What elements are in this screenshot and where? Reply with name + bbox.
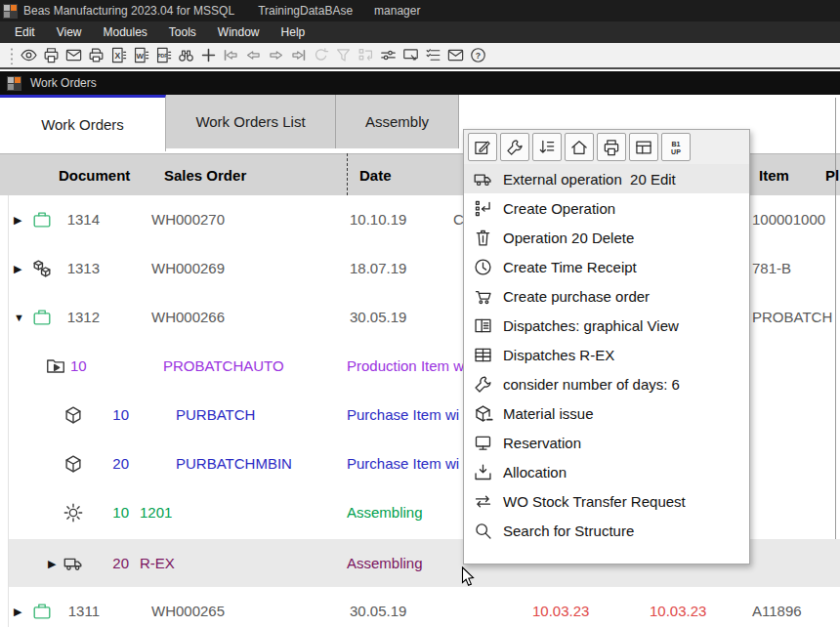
item-code: A11896: [752, 587, 802, 627]
sales-order: WH000265: [151, 587, 225, 627]
find-icon[interactable]: [177, 46, 195, 64]
menu-view[interactable]: View: [46, 25, 93, 39]
home-button[interactable]: [565, 133, 594, 161]
trash-icon: [473, 228, 493, 248]
grid-row-1311[interactable]: ▶1311WH00026530.05.1910.03.2310.03.23A11…: [0, 587, 840, 627]
menu-item-search-for-structure[interactable]: Search for Structure: [464, 516, 749, 545]
send-mail-icon[interactable]: [64, 46, 83, 64]
menu-tools[interactable]: Tools: [158, 25, 207, 39]
gear-icon: [63, 502, 84, 523]
menu-bar: EditViewModulesToolsWindowHelp: [0, 21, 840, 43]
menu-item-create-time-receipt[interactable]: Create Time Receipt: [464, 252, 749, 281]
previous-record-icon: [244, 46, 263, 64]
menu-item-operation-20-delete[interactable]: Operation 20 Delete: [464, 223, 749, 252]
table-icon: [473, 345, 493, 365]
column-header-sales-order[interactable]: Sales Order: [164, 154, 246, 196]
menu-window[interactable]: Window: [207, 25, 271, 39]
column-header-document[interactable]: Document: [59, 154, 130, 196]
create-operation-icon: [473, 198, 493, 219]
screen-select-icon[interactable]: [401, 46, 420, 64]
mail-icon[interactable]: [446, 46, 465, 64]
date: 10.10.19: [350, 195, 406, 244]
preview-icon: [20, 46, 38, 64]
layout-button[interactable]: [629, 133, 658, 161]
toolbar-grip[interactable]: [10, 47, 14, 64]
svg-text:UP: UP: [671, 147, 681, 155]
export-pdf-icon: PDF: [154, 46, 173, 64]
menu-item-external-operation-20-edit[interactable]: External operation 20 Edit: [464, 164, 749, 193]
menu-item-wo-stock-transfer-request[interactable]: WO Stock Transfer Request: [464, 486, 749, 516]
mouse-cursor: [461, 566, 478, 591]
menu-item-reservation[interactable]: Reservation: [464, 428, 749, 457]
menu-help[interactable]: Help: [271, 25, 316, 39]
item-code: 781-B: [752, 244, 791, 293]
first-record-icon[interactable]: [222, 46, 240, 64]
menu-item-consider-number-of-days-6[interactable]: consider number of days: 6: [464, 369, 749, 398]
cube-icon: [63, 453, 84, 475]
truck-icon: [473, 169, 493, 189]
print-button[interactable]: [597, 133, 626, 161]
add-icon: [199, 46, 218, 64]
collapse-arrow[interactable]: ▼: [14, 293, 24, 342]
checklist-icon: [424, 46, 442, 64]
header-column-separator: [347, 153, 348, 195]
home-icon: [569, 138, 589, 157]
context-menu: B1UPExternal operation 20 EditCreate Ope…: [463, 129, 750, 564]
last-record-icon[interactable]: [289, 46, 308, 64]
tab-assembly[interactable]: Assembly: [336, 95, 459, 148]
menu-item-label: Reservation: [503, 435, 581, 451]
checklist-icon[interactable]: [424, 46, 442, 64]
tab-work-orders[interactable]: Work Orders: [0, 95, 166, 151]
position-number: 10: [98, 488, 129, 537]
expand-arrow[interactable]: ▶: [14, 244, 21, 293]
column-header-pl[interactable]: Pl: [825, 154, 839, 196]
date: 30.05.19: [350, 587, 406, 627]
menu-item-dispatches-r-ex[interactable]: Dispatches R-EX: [464, 340, 749, 369]
add-icon[interactable]: [199, 46, 218, 64]
b1up-icon: B1UP: [666, 138, 686, 157]
column-header-date[interactable]: Date: [359, 154, 392, 196]
previous-record-icon[interactable]: [244, 46, 263, 64]
b1up-button[interactable]: B1UP: [661, 133, 691, 161]
wrench-button[interactable]: [500, 133, 529, 161]
position-description: Production Item w: [347, 342, 464, 391]
last-record-icon: [289, 46, 308, 64]
export-excel-icon[interactable]: X: [109, 46, 128, 64]
menu-item-create-operation[interactable]: Create Operation: [464, 193, 749, 223]
menu-item-dispatches-graphical-view[interactable]: Dispatches: graphical View: [464, 311, 749, 340]
export-pdf-icon[interactable]: PDF: [154, 46, 173, 64]
grid-right-border: [835, 98, 836, 539]
menu-modules[interactable]: Modules: [92, 25, 157, 39]
menu-edit[interactable]: Edit: [4, 25, 46, 39]
monitor-icon: [473, 433, 493, 453]
print-document-icon[interactable]: [87, 46, 105, 64]
sales-order: WH000269: [151, 244, 225, 293]
position-number: 20: [98, 539, 129, 587]
position-description: Purchase Item wi: [347, 391, 459, 439]
sort-list-button[interactable]: [532, 133, 562, 161]
date: 18.07.19: [350, 244, 406, 293]
folder-run-icon: [45, 355, 66, 377]
find-icon: [177, 46, 195, 64]
column-header-item[interactable]: Item: [759, 154, 789, 196]
print-icon[interactable]: [42, 46, 61, 64]
expand-arrow[interactable]: ▶: [48, 539, 56, 587]
export-word-icon[interactable]: W: [132, 46, 150, 64]
edit-button[interactable]: [468, 133, 497, 161]
title-bar: Beas Manufacturing 2023.04 for MSSQL Tra…: [0, 0, 840, 21]
expand-arrow[interactable]: ▶: [14, 195, 21, 244]
position-number: 20: [98, 439, 129, 488]
edit-icon: [473, 138, 492, 157]
help-icon[interactable]: ?: [469, 46, 487, 64]
menu-item-create-purchase-order[interactable]: Create purchase order: [464, 281, 749, 311]
position-description: Purchase Item wi: [347, 439, 459, 488]
preview-icon[interactable]: [20, 46, 38, 64]
expand-arrow[interactable]: ▶: [14, 587, 21, 627]
next-record-icon[interactable]: [267, 46, 285, 64]
mail-icon: [446, 46, 465, 64]
menu-item-allocation[interactable]: Allocation: [464, 457, 749, 486]
tab-work-orders-list[interactable]: Work Orders List: [166, 95, 336, 148]
wrench-icon: [505, 138, 525, 157]
menu-item-material-issue[interactable]: Material issue: [464, 398, 749, 428]
settings-sliders-icon[interactable]: [379, 46, 398, 64]
